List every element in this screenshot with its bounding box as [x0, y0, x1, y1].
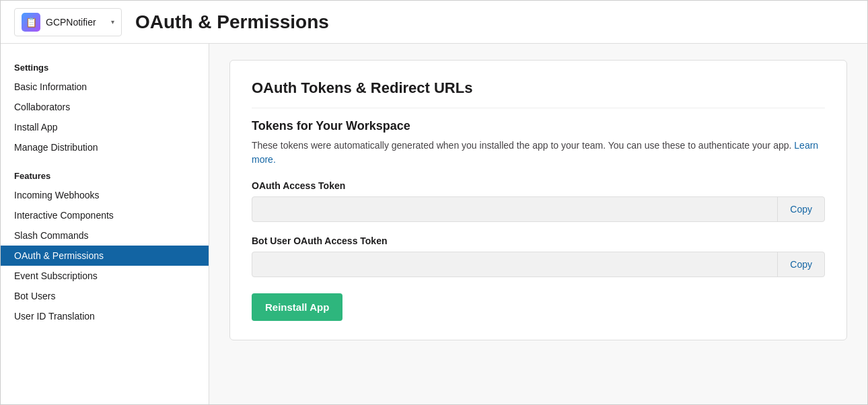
- sidebar-item-oauth-permissions[interactable]: OAuth & Permissions: [1, 246, 209, 266]
- page-title: OAuth & Permissions: [135, 11, 329, 33]
- sidebar-item-user-id-translation[interactable]: User ID Translation: [1, 306, 209, 326]
- app-name: GCPNotifier: [46, 17, 106, 28]
- main-content: OAuth Tokens & Redirect URLs Tokens for …: [209, 44, 867, 405]
- workspace-section-title: Tokens for Your Workspace: [252, 119, 825, 133]
- bot-token-label: Bot User OAuth Access Token: [252, 235, 825, 246]
- sidebar-item-collaborators[interactable]: Collaborators: [1, 97, 209, 117]
- sidebar-item-manage-distribution[interactable]: Manage Distribution: [1, 137, 209, 157]
- app-selector[interactable]: 📋 GCPNotifier ▾: [14, 8, 122, 36]
- sidebar-item-event-subscriptions[interactable]: Event Subscriptions: [1, 266, 209, 286]
- sidebar-item-interactive-components[interactable]: Interactive Components: [1, 205, 209, 225]
- oauth-token-input[interactable]: [252, 197, 777, 221]
- bot-copy-button[interactable]: Copy: [777, 252, 824, 277]
- sidebar-item-slash-commands[interactable]: Slash Commands: [1, 225, 209, 246]
- oauth-token-field: Copy: [252, 196, 825, 222]
- app-icon-emoji: 📋: [26, 17, 37, 28]
- top-bar: 📋 GCPNotifier ▾ OAuth & Permissions: [1, 1, 867, 44]
- chevron-down-icon: ▾: [111, 18, 114, 26]
- sidebar-item-install-app[interactable]: Install App: [1, 117, 209, 137]
- oauth-copy-button[interactable]: Copy: [777, 197, 824, 221]
- workspace-description: These tokens were automatically generate…: [252, 139, 825, 167]
- main-layout: Settings Basic Information Collaborators…: [1, 44, 867, 405]
- oauth-token-label: OAuth Access Token: [252, 180, 825, 191]
- sidebar-item-basic-information[interactable]: Basic Information: [1, 77, 209, 97]
- sidebar-item-incoming-webhooks[interactable]: Incoming Webhooks: [1, 185, 209, 205]
- bot-token-input[interactable]: [252, 252, 777, 277]
- features-section-title: Features: [1, 165, 209, 185]
- content-card: OAuth Tokens & Redirect URLs Tokens for …: [229, 60, 847, 340]
- settings-section-title: Settings: [1, 57, 209, 77]
- reinstall-app-button[interactable]: Reinstall App: [252, 293, 342, 321]
- sidebar-item-bot-users[interactable]: Bot Users: [1, 286, 209, 306]
- sidebar: Settings Basic Information Collaborators…: [1, 44, 209, 405]
- card-main-title: OAuth Tokens & Redirect URLs: [252, 79, 825, 108]
- bot-token-field: Copy: [252, 252, 825, 277]
- app-icon: 📋: [22, 13, 40, 32]
